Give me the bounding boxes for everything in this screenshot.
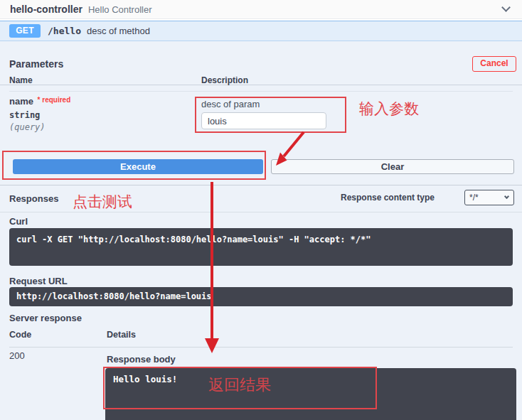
required-flag: * required [38,96,71,104]
parameter-type: string [9,110,70,120]
parameters-header: Parameters Cancel [0,43,522,85]
parameter-name: name [9,96,33,107]
responses-header: Responses Response content type */* [0,185,522,212]
content-type-select[interactable]: */* [464,190,514,205]
response-body-text: Hello louis! [113,374,177,384]
response-body-block[interactable]: Hello louis! Download [105,368,516,420]
content-type-value: */* [469,193,479,203]
controller-header[interactable]: hello-controller Hello Controller [0,0,522,19]
endpoint-path: /hello [48,26,81,36]
code-column-header: Code [9,330,31,340]
server-response-title: Server response [9,313,82,323]
controller-name: hello-controller [10,4,82,15]
table-divider [9,347,513,348]
controller-description: Hello Controller [88,4,152,15]
parameter-name-cell: name * required string (query) [9,96,70,132]
execute-button[interactable]: Execute [13,159,263,174]
parameters-title: Parameters [9,58,63,70]
http-method-badge: GET [9,24,41,38]
description-column-header: Description [201,75,248,85]
parameter-description-cell: desc of param [201,99,343,129]
content-type-label: Response content type [341,193,435,203]
parameter-value-input[interactable] [201,112,326,129]
collapse-chevron-down-icon[interactable] [501,3,511,12]
curl-command-block[interactable]: curl -X GET "http://localhost:8080/hello… [9,228,513,266]
details-column-header: Details [107,330,136,340]
table-divider [9,91,513,92]
opblock: GET /hello desc of method Parameters Can… [0,21,522,420]
responses-title: Responses [9,193,58,204]
request-url-block: http://localhost:8080/hello?name=louis [9,287,513,306]
swagger-operation-panel: hello-controller Hello Controller GET /h… [0,0,522,420]
clear-button[interactable]: Clear [271,159,514,174]
status-code: 200 [9,350,25,361]
cancel-button[interactable]: Cancel [472,56,516,72]
parameter-description: desc of param [201,99,343,109]
endpoint-summary: desc of method [87,26,150,36]
name-column-header: Name [9,75,33,85]
curl-label: Curl [9,216,28,227]
parameter-location: (query) [9,122,70,132]
select-chevron-down-icon [504,194,509,199]
opblock-summary[interactable]: GET /hello desc of method [0,21,522,41]
response-body-label: Response body [107,354,176,365]
request-url-label: Request URL [9,276,68,286]
